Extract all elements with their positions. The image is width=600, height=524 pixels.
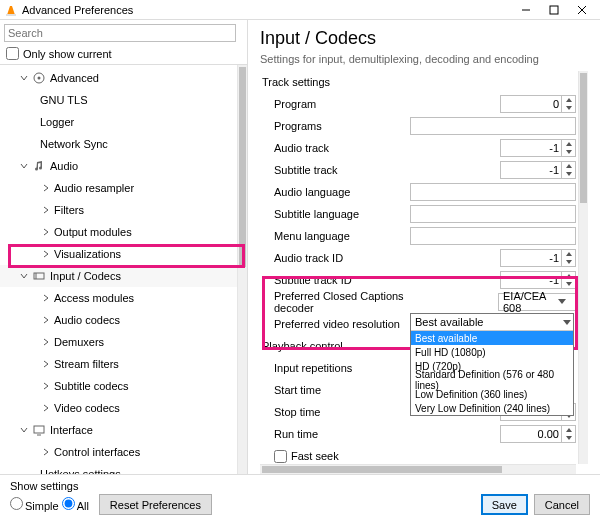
chevron-right-icon[interactable] <box>40 204 52 216</box>
spin-up-icon[interactable] <box>562 272 575 280</box>
tree-item-audio-codecs[interactable]: Audio codecs <box>0 309 237 331</box>
spin-up-icon[interactable] <box>562 250 575 258</box>
chevron-right-icon[interactable] <box>40 402 52 414</box>
maximize-button[interactable] <box>540 1 568 19</box>
tree-item-gnutls[interactable]: GNU TLS <box>0 89 237 111</box>
chevron-right-icon[interactable] <box>40 226 52 238</box>
spin-up-icon[interactable] <box>562 96 575 104</box>
page-subtitle: Settings for input, demultiplexing, deco… <box>260 53 588 65</box>
chevron-right-icon[interactable] <box>40 248 52 260</box>
label-audio-track-id: Audio track ID <box>260 252 410 264</box>
tree-item-input-codecs[interactable]: Input / Codecs <box>0 265 237 287</box>
search-input[interactable] <box>4 24 236 42</box>
cc-decoder-combo[interactable]: EIA/CEA 608 <box>498 293 576 311</box>
tree-item-demuxers[interactable]: Demuxers <box>0 331 237 353</box>
chevron-down-icon[interactable] <box>18 424 30 436</box>
close-button[interactable] <box>568 1 596 19</box>
dropdown-option[interactable]: Very Low Definition (240 lines) <box>411 401 573 415</box>
tree-item-stream-filters[interactable]: Stream filters <box>0 353 237 375</box>
spin-down-icon[interactable] <box>562 434 575 442</box>
tree-item-access-modules[interactable]: Access modules <box>0 287 237 309</box>
chevron-right-icon[interactable] <box>40 314 52 326</box>
tree-item-interface[interactable]: Interface <box>0 419 237 441</box>
save-button[interactable]: Save <box>481 494 528 515</box>
chevron-down-icon[interactable] <box>18 270 30 282</box>
audio-track-id-spinner[interactable]: -1 <box>500 249 576 267</box>
tree-item-output-modules[interactable]: Output modules <box>0 221 237 243</box>
label-menu-language: Menu language <box>260 230 410 242</box>
chevron-down-icon[interactable] <box>18 72 30 84</box>
subtitle-track-spinner[interactable]: -1 <box>500 161 576 179</box>
tree-item-control-interfaces[interactable]: Control interfaces <box>0 441 237 463</box>
tree-item-audio-filters[interactable]: Filters <box>0 199 237 221</box>
tree-item-audio[interactable]: Audio <box>0 155 237 177</box>
subtitle-track-id-spinner[interactable]: -1 <box>500 271 576 289</box>
label-subtitle-language: Subtitle language <box>260 208 410 220</box>
chevron-down-icon[interactable] <box>563 316 571 328</box>
radio-simple[interactable]: Simple <box>10 497 59 512</box>
svg-rect-10 <box>34 426 44 433</box>
spin-down-icon[interactable] <box>562 148 575 156</box>
cancel-button[interactable]: Cancel <box>534 494 590 515</box>
svg-marker-25 <box>558 299 566 304</box>
programs-input[interactable] <box>410 117 576 135</box>
scrollbar-thumb[interactable] <box>239 67 246 267</box>
svg-marker-29 <box>566 436 572 440</box>
menu-language-input[interactable] <box>410 227 576 245</box>
tree-item-subtitle-codecs[interactable]: Subtitle codecs <box>0 375 237 397</box>
dropdown-option[interactable]: Best available <box>411 331 573 345</box>
svg-marker-21 <box>566 252 572 256</box>
label-preferred-resolution: Preferred video resolution <box>260 318 410 330</box>
chevron-right-icon[interactable] <box>40 336 52 348</box>
tree-item-video-codecs[interactable]: Video codecs <box>0 397 237 419</box>
audio-track-spinner[interactable]: -1 <box>500 139 576 157</box>
program-spinner[interactable]: 0 <box>500 95 576 113</box>
preferences-tree[interactable]: Advanced GNU TLS Logger Network Sync Aud… <box>0 65 237 474</box>
svg-marker-0 <box>7 6 15 15</box>
preferred-resolution-dropdown[interactable]: Best available Best availableFull HD (10… <box>410 313 574 416</box>
subtitle-language-input[interactable] <box>410 205 576 223</box>
audio-language-input[interactable] <box>410 183 576 201</box>
tree-item-network-sync[interactable]: Network Sync <box>0 133 237 155</box>
tree-item-hotkeys[interactable]: Hotkeys settings <box>0 463 237 474</box>
settings-hscrollbar[interactable] <box>260 464 576 474</box>
group-track-settings: Track settings <box>260 76 410 88</box>
dropdown-option[interactable]: Standard Definition (576 or 480 lines) <box>411 373 573 387</box>
chevron-down-icon[interactable] <box>18 160 30 172</box>
only-show-current-checkbox[interactable] <box>6 47 19 60</box>
chevron-right-icon[interactable] <box>40 182 52 194</box>
svg-marker-24 <box>566 282 572 286</box>
settings-panel: Input / Codecs Settings for input, demul… <box>248 20 600 474</box>
chevron-right-icon[interactable] <box>40 358 52 370</box>
tree-item-advanced[interactable]: Advanced <box>0 67 237 89</box>
settings-vscrollbar[interactable] <box>578 71 588 464</box>
scrollbar-thumb[interactable] <box>262 466 502 473</box>
tree-item-visualizations[interactable]: Visualizations <box>0 243 237 265</box>
label-programs: Programs <box>260 120 410 132</box>
spin-up-icon[interactable] <box>562 162 575 170</box>
tree-scrollbar[interactable] <box>237 65 247 474</box>
tree-item-audio-resampler[interactable]: Audio resampler <box>0 177 237 199</box>
reset-preferences-button[interactable]: Reset Preferences <box>99 494 212 515</box>
chevron-right-icon[interactable] <box>40 292 52 304</box>
run-time-spinner[interactable]: 0.00 <box>500 425 576 443</box>
chevron-right-icon[interactable] <box>40 380 52 392</box>
svg-point-7 <box>38 77 41 80</box>
radio-all[interactable]: All <box>62 497 89 512</box>
fast-seek-checkbox[interactable] <box>274 450 287 463</box>
svg-marker-32 <box>563 320 571 325</box>
spin-up-icon[interactable] <box>562 426 575 434</box>
spin-up-icon[interactable] <box>562 140 575 148</box>
spin-down-icon[interactable] <box>562 104 575 112</box>
spin-down-icon[interactable] <box>562 258 575 266</box>
scrollbar-thumb[interactable] <box>580 73 587 203</box>
svg-rect-3 <box>550 6 558 14</box>
chevron-right-icon[interactable] <box>40 446 52 458</box>
spin-down-icon[interactable] <box>562 280 575 288</box>
spin-down-icon[interactable] <box>562 170 575 178</box>
dropdown-option[interactable]: Full HD (1080p) <box>411 345 573 359</box>
label-subtitle-track-id: Subtitle track ID <box>260 274 410 286</box>
tree-item-logger[interactable]: Logger <box>0 111 237 133</box>
chevron-down-icon[interactable] <box>546 299 575 305</box>
minimize-button[interactable] <box>512 1 540 19</box>
